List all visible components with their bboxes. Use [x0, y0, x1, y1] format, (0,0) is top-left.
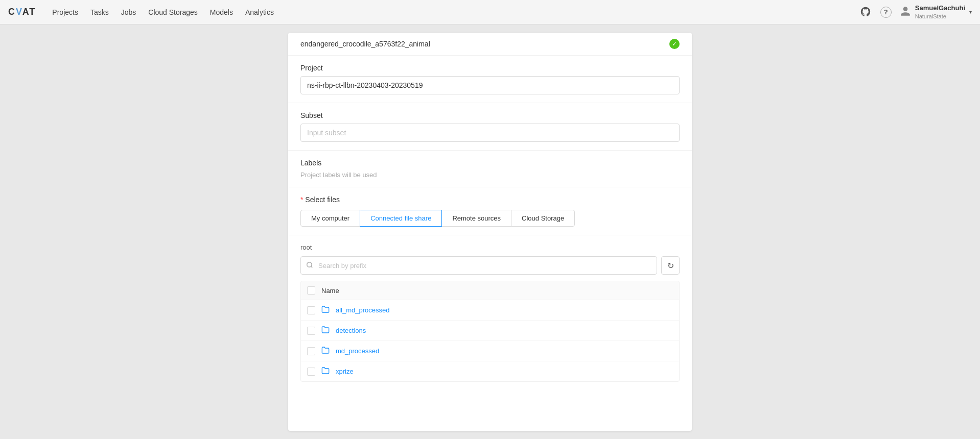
nav-links: Projects Tasks Jobs Cloud Storages Model…	[52, 8, 859, 16]
nav-jobs[interactable]: Jobs	[121, 8, 136, 16]
labels-section: Labels Project labels will be used	[288, 151, 692, 187]
file-browser: root ↻	[288, 235, 692, 390]
tab-remote-sources[interactable]: Remote sources	[441, 210, 511, 227]
folder-icon-3	[321, 367, 330, 376]
file-row: md_processed	[301, 341, 679, 361]
main-content: endangered_crocodile_a5763f22_animal ✓ P…	[0, 25, 980, 439]
file-name-3[interactable]: xprize	[336, 368, 354, 375]
navbar: CVAT Projects Tasks Jobs Cloud Storages …	[0, 0, 980, 25]
file-checkbox-2[interactable]	[307, 347, 315, 355]
search-input[interactable]	[318, 262, 657, 270]
user-menu[interactable]: SamuelGachuhi NaturalState ▾	[900, 4, 972, 20]
file-checkbox-1[interactable]	[307, 327, 315, 335]
refresh-button[interactable]: ↻	[661, 256, 680, 275]
user-text: SamuelGachuhi NaturalState	[915, 4, 965, 20]
search-bar: ↻	[300, 256, 680, 275]
svg-line-1	[311, 266, 313, 267]
project-section: Project	[288, 56, 692, 103]
user-state: NaturalState	[915, 13, 965, 20]
project-input[interactable]	[300, 76, 680, 94]
file-name-0[interactable]: all_md_processed	[336, 306, 390, 314]
project-label: Project	[300, 64, 680, 72]
name-column-header: Name	[321, 287, 339, 295]
tab-connected-file-share[interactable]: Connected file share	[360, 210, 442, 227]
labels-label: Labels	[300, 159, 680, 167]
form-card: endangered_crocodile_a5763f22_animal ✓ P…	[288, 33, 692, 431]
select-all-checkbox[interactable]	[307, 286, 315, 295]
root-label: root	[300, 243, 680, 251]
file-table: Name all_md_processed	[300, 281, 680, 382]
help-icon[interactable]: ?	[880, 7, 892, 18]
file-row: detections	[301, 321, 679, 341]
nav-tasks[interactable]: Tasks	[90, 8, 109, 16]
file-row: all_md_processed	[301, 300, 679, 321]
subset-input[interactable]	[300, 124, 680, 142]
tab-my-computer[interactable]: My computer	[300, 210, 360, 227]
tab-cloud-storage[interactable]: Cloud Storage	[511, 210, 575, 227]
svg-point-0	[307, 262, 312, 266]
select-files-section: Select files My computer Connected file …	[288, 187, 692, 235]
subset-label: Subset	[300, 111, 680, 119]
nav-cloud-storages[interactable]: Cloud Storages	[148, 8, 198, 16]
task-name-value: endangered_crocodile_a5763f22_animal	[300, 40, 669, 48]
labels-hint: Project labels will be used	[300, 171, 680, 179]
user-avatar-icon	[900, 6, 911, 19]
file-source-tabs: My computer Connected file share Remote …	[300, 210, 680, 227]
file-checkbox-0[interactable]	[307, 306, 315, 314]
nav-models[interactable]: Models	[210, 8, 233, 16]
search-icon	[301, 261, 318, 270]
refresh-icon: ↻	[667, 261, 674, 271]
navbar-right: ? SamuelGachuhi NaturalState ▾	[860, 4, 972, 20]
file-name-2[interactable]: md_processed	[336, 347, 379, 355]
file-name-1[interactable]: detections	[336, 327, 366, 334]
search-input-wrap	[300, 256, 657, 275]
user-dropdown-icon: ▾	[969, 9, 972, 15]
file-row: xprize	[301, 361, 679, 381]
file-checkbox-3[interactable]	[307, 368, 315, 376]
task-name-row: endangered_crocodile_a5763f22_animal ✓	[288, 33, 692, 56]
nav-analytics[interactable]: Analytics	[245, 8, 274, 16]
brand-logo[interactable]: CVAT	[8, 7, 36, 17]
nav-projects[interactable]: Projects	[52, 8, 78, 16]
folder-icon-0	[321, 305, 330, 315]
folder-icon-2	[321, 346, 330, 356]
select-files-label: Select files	[300, 196, 680, 204]
folder-icon-1	[321, 326, 330, 335]
file-table-header: Name	[301, 281, 679, 300]
github-icon[interactable]	[860, 6, 872, 18]
task-name-check-icon: ✓	[669, 39, 680, 49]
user-name: SamuelGachuhi	[915, 4, 965, 13]
subset-section: Subset	[288, 103, 692, 151]
